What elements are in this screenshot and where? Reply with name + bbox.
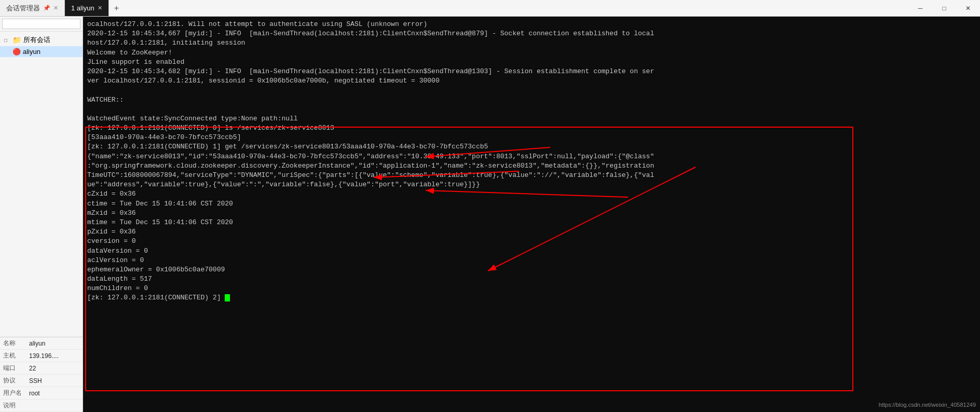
sidebar: □ 📁 所有会话 🔴 aliyun 名称aliyun主机139.196....端… [0,17,83,412]
property-row: 协议SSH [0,375,83,387]
search-input[interactable] [2,19,80,29]
terminal-line: host/127.0.0.1:2181, initiating session [87,38,976,48]
property-value: aliyun [26,337,83,350]
property-row: 说明 [0,400,83,412]
close-button[interactable]: ✕ [956,0,980,17]
property-key: 端口 [0,362,26,375]
sidebar-tab[interactable]: 会话管理器 📌 ✕ [0,0,65,16]
property-key: 说明 [0,400,26,412]
terminal-line [87,86,976,95]
sidebar-tab-label: 会话管理器 [6,4,40,13]
maximize-button[interactable]: □ [932,0,956,17]
terminal-line: dataVersion = 0 [87,246,976,256]
properties-table: 名称aliyun主机139.196....端口22协议SSH用户名root说明 [0,337,83,412]
terminal-line: pZxid = 0x36 [87,227,976,237]
tab-aliyun-label: 1 aliyun [71,4,94,12]
properties-panel: 名称aliyun主机139.196....端口22协议SSH用户名root说明 [0,337,83,412]
sidebar-item-aliyun-label: aliyun [23,48,40,56]
terminal-area[interactable]: ocalhost/127.0.0.1:2181. Will not attemp… [83,17,980,412]
property-row: 主机139.196.... [0,350,83,362]
terminal-line: 2020-12-15 10:45:34,667 [myid:] - INFO [… [87,29,976,38]
expand-icon: □ [4,37,10,43]
terminal-line: TimeUTC":1608000067894,"serviceType":"DY… [87,171,976,180]
terminal-line: ctime = Tue Dec 15 10:41:06 CST 2020 [87,199,976,209]
title-bar: 会话管理器 📌 ✕ 1 aliyun ✕ + ─ □ ✕ [0,0,980,17]
tab-aliyun[interactable]: 1 aliyun ✕ [65,0,109,16]
sidebar-item-all-sessions-label: 所有会话 [23,35,50,45]
property-key: 协议 [0,375,26,387]
sidebar-search-bar [0,17,83,32]
terminal-line: mtime = Tue Dec 15 10:41:06 CST 2020 [87,218,976,227]
terminal-line: cZxid = 0x36 [87,189,976,199]
terminal-line: 2020-12-15 10:45:34,682 [myid:] - INFO [… [87,67,976,76]
sidebar-pin-icon[interactable]: 📌 [43,5,50,11]
tab-add-button[interactable]: + [109,0,124,16]
property-value: 22 [26,362,83,375]
terminal-line: {"name":"zk-service8013","id":"53aaa410-… [87,152,976,161]
terminal-line: ocalhost/127.0.0.1:2181. Will not attemp… [87,20,976,29]
terminal-line: WATCHER:: [87,95,976,105]
property-value: 139.196.... [26,350,83,362]
terminal-line [87,105,976,114]
window-controls: ─ □ ✕ [908,0,980,17]
session-icon: 🔴 [12,48,21,56]
sidebar-tree: □ 📁 所有会话 🔴 aliyun [0,32,83,337]
main-area: □ 📁 所有会话 🔴 aliyun 名称aliyun主机139.196....端… [0,17,980,412]
property-key: 用户名 [0,387,26,400]
property-row: 用户名root [0,387,83,400]
terminal-line: [zk: 127.0.0.1:2181(CONNECTED) 0] ls /se… [87,123,976,133]
terminal-line: Welcome to ZooKeeper! [87,48,976,58]
terminal-line: [zk: 127.0.0.1:2181(CONNECTED) 2] [87,293,976,303]
property-key: 名称 [0,337,26,350]
terminal-line: JLine support is enabled [87,58,976,67]
terminal-line: numChildren = 0 [87,284,976,293]
terminal-line: [53aaa410-970a-44e3-bc70-7bfcc573ccb5] [87,133,976,142]
folder-icon: 📁 [12,36,21,44]
minimize-button[interactable]: ─ [908,0,932,17]
property-row: 名称aliyun [0,337,83,350]
terminal-line: ephemeralOwner = 0x1006b5c0ae70009 [87,265,976,274]
tab-group: 会话管理器 📌 ✕ 1 aliyun ✕ + [0,0,124,16]
terminal-line: ver localhost/127.0.0.1:2181, sessionid … [87,76,976,86]
tab-close-icon[interactable]: ✕ [98,5,102,11]
property-row: 端口22 [0,362,83,375]
property-value [26,400,83,412]
terminal-line: mZxid = 0x36 [87,209,976,218]
sidebar-close-icon[interactable]: ✕ [53,5,58,11]
property-key: 主机 [0,350,26,362]
terminal-line: cversion = 0 [87,237,976,246]
terminal-line: [zk: 127.0.0.1:2181(CONNECTED) 1] get /s… [87,142,976,152]
sidebar-item-aliyun[interactable]: 🔴 aliyun [0,46,83,57]
terminal-line: dataLength = 517 [87,274,976,284]
sidebar-item-all-sessions[interactable]: □ 📁 所有会话 [0,34,83,46]
terminal-line: ue":"address","variable":true},{"value":… [87,180,976,189]
watermark: https://blog.csdn.net/weixin_40581249 [879,401,976,409]
terminal-content: ocalhost/127.0.0.1:2181. Will not attemp… [87,20,976,303]
terminal-cursor [225,294,230,301]
terminal-line: :"org.springframework.cloud.zookeeper.di… [87,161,976,171]
property-value: root [26,387,83,400]
terminal-line: aclVersion = 0 [87,256,976,265]
terminal-line: WatchedEvent state:SyncConnected type:No… [87,114,976,123]
property-value: SSH [26,375,83,387]
